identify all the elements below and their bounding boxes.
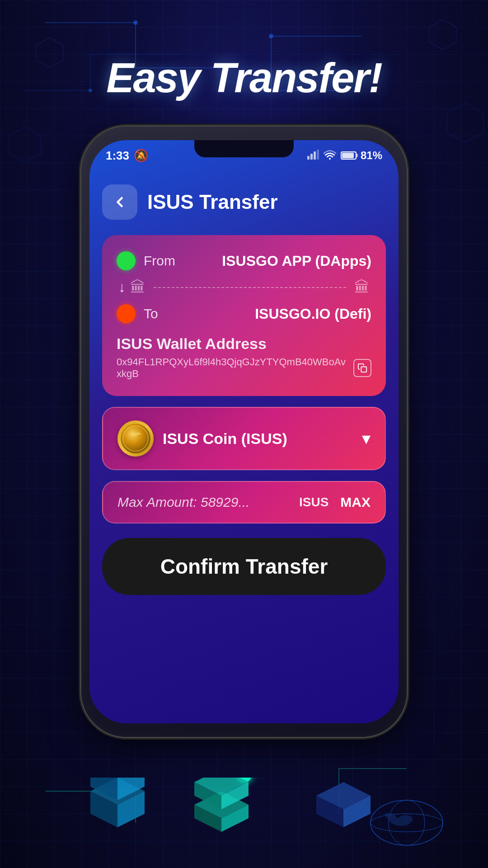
dashed-line [154,287,346,288]
svg-rect-13 [356,154,358,157]
from-source: ISUSGO APP (DApps) [222,253,371,269]
arrow-row: ↓ 🏛 🏛 [117,278,371,296]
bank-icon-right: 🏛 [354,278,370,296]
svg-rect-14 [342,153,354,158]
bank-icon-left: 🏛 [130,278,145,296]
amount-currency: ISUS [299,495,328,509]
coin-selector[interactable]: ISUS Coin (ISUS) ▾ [102,407,386,470]
down-arrow-icon: ↓ [118,279,126,296]
chevron-down-icon: ▾ [362,429,371,448]
from-status-dot [117,251,136,270]
from-row: From ISUSGO APP (DApps) [117,251,371,270]
phone-frame: 1:33 🔕 [81,127,407,737]
wallet-section-title: ISUS Wallet Address [117,335,371,353]
signal-icon [307,149,319,163]
svg-point-16 [121,424,150,453]
wallet-address-row: 0x94FL1RPQXyL6f9l4h3QjqGJzYTYQmB40WBoAvx… [117,356,371,380]
coin-label: ISUS Coin (ISUS) [163,430,353,448]
bottom-illustration [0,778,488,868]
to-status-dot [117,304,136,323]
max-button[interactable]: MAX [340,495,371,510]
to-label: To [144,306,158,321]
phone-screen: 1:33 🔕 [89,140,399,723]
svg-point-11 [329,158,331,160]
confirm-button-label: Confirm Transfer [160,555,328,578]
wallet-section: ISUS Wallet Address 0x94FL1RPQXyL6f9l4h3… [117,335,371,380]
mute-icon: 🔕 [134,149,148,163]
svg-rect-15 [361,367,366,372]
page-title: ISUS Transfer [147,191,278,213]
confirm-transfer-button[interactable]: Confirm Transfer [102,538,386,595]
from-label: From [144,253,175,269]
battery-percent: 81% [361,149,382,162]
hero-title: Easy Transfer! [0,54,488,102]
svg-rect-8 [310,154,313,160]
header-row: ISUS Transfer [102,180,386,224]
amount-label: Max Amount: 58929... [117,495,292,510]
amount-field[interactable]: Max Amount: 58929... ISUS MAX [102,481,386,524]
time: 1:33 [106,149,129,163]
svg-rect-9 [314,151,316,160]
svg-rect-7 [307,156,310,160]
back-button[interactable] [102,184,137,220]
coin-icon [117,420,154,457]
svg-rect-10 [317,150,319,160]
copy-button[interactable] [353,359,371,377]
screen-content: ISUS Transfer From ISUSGO APP (DApps) ↓ … [89,171,399,723]
notch [194,140,294,157]
battery-icon: 81% [341,149,382,162]
to-destination: ISUSGO.IO (Defi) [255,306,371,322]
wallet-address-text: 0x94FL1RPQXyL6f9l4h3QjqGJzYTYQmB40WBoAvx… [117,356,349,380]
to-row: To ISUSGO.IO (Defi) [117,304,371,323]
wifi-icon [324,149,336,163]
transfer-card: From ISUSGO APP (DApps) ↓ 🏛 🏛 To [102,235,386,396]
